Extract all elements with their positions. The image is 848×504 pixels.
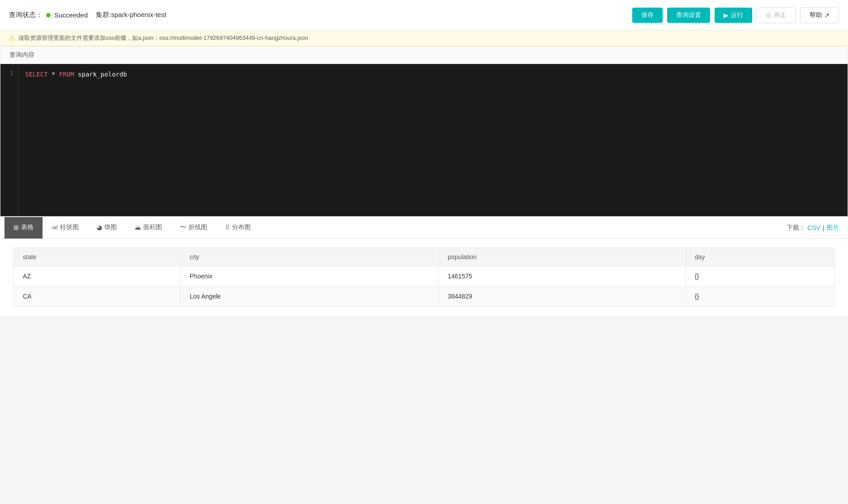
table-name: spark_polordb bbox=[74, 71, 127, 78]
cluster-info: 集群:spark-phoenix-test bbox=[96, 11, 167, 19]
query-section: 查询内容 1 SELECT * FROM spark_polordb bbox=[0, 46, 848, 217]
header-row: state city population day bbox=[14, 248, 835, 266]
tab-table-label: 表格 bbox=[21, 223, 34, 231]
editor-area[interactable]: 1 SELECT * FROM spark_polordb bbox=[0, 64, 848, 216]
table-cell: {} bbox=[685, 286, 834, 307]
table-tab-icon: ⊞ bbox=[13, 224, 19, 231]
table-section: state city population day AZPhoenix14615… bbox=[0, 239, 848, 316]
tab-area-label: 面积图 bbox=[143, 223, 162, 231]
tab-bar-label: 柱状图 bbox=[60, 223, 79, 231]
table-body: AZPhoenix1461575{}CALos Angele3844829{} bbox=[14, 266, 835, 307]
table-row: AZPhoenix1461575{} bbox=[14, 266, 835, 286]
download-area: 下载： CSV | 图片 bbox=[782, 224, 844, 232]
warning-bar: ⚠ 读取资源管理里面的文件需要添加oss前缀，如a.json：oss://mul… bbox=[0, 30, 848, 46]
status-text: Succeeded bbox=[54, 11, 88, 19]
tab-pie-chart[interactable]: ◕ 饼图 bbox=[88, 217, 126, 239]
table-cell: 3844829 bbox=[439, 286, 686, 307]
header-right: 保存 查询设置 ▶ 运行 ⊙ 停止 帮助 ↗ bbox=[632, 7, 839, 23]
stop-icon: ⊙ bbox=[766, 12, 771, 19]
header-bar: 查询状态： Succeeded 集群:spark-phoenix-test 保存… bbox=[0, 0, 848, 30]
col-state: state bbox=[14, 248, 181, 266]
area-chart-icon: ⛰ bbox=[135, 224, 141, 231]
tab-line-chart[interactable]: 〜 折线图 bbox=[171, 217, 216, 239]
tabs-section: ⊞ 表格 ㎭ 柱状图 ◕ 饼图 ⛰ 面积图 〜 折线图 ⠿ 分布图 下载： CS… bbox=[0, 217, 848, 239]
wildcard: * bbox=[48, 71, 59, 78]
pie-chart-icon: ◕ bbox=[97, 224, 102, 231]
status-label: 查询状态： bbox=[9, 11, 43, 19]
query-label: 查询内容 bbox=[0, 47, 848, 64]
run-button[interactable]: ▶ 运行 bbox=[715, 8, 752, 23]
tab-table[interactable]: ⊞ 表格 bbox=[4, 217, 43, 239]
table-cell: AZ bbox=[14, 266, 181, 286]
query-settings-button[interactable]: 查询设置 bbox=[667, 8, 710, 23]
status-dot-icon bbox=[46, 13, 51, 17]
line-numbers: 1 bbox=[0, 64, 18, 216]
table-row: CALos Angele3844829{} bbox=[14, 286, 835, 307]
tab-pie-label: 饼图 bbox=[104, 223, 117, 231]
tab-area-chart[interactable]: ⛰ 面积图 bbox=[126, 217, 171, 239]
keyword-select: SELECT bbox=[25, 71, 48, 78]
help-button[interactable]: 帮助 ↗ bbox=[800, 7, 839, 23]
line-chart-icon: 〜 bbox=[180, 223, 186, 231]
scatter-chart-icon: ⠿ bbox=[225, 224, 230, 231]
table-cell: 1461575 bbox=[439, 266, 686, 286]
bar-chart-icon: ㎭ bbox=[51, 223, 58, 231]
download-label: 下载： bbox=[787, 224, 805, 232]
table-cell: CA bbox=[14, 286, 181, 307]
col-city: city bbox=[180, 248, 438, 266]
table-cell: Los Angele bbox=[180, 286, 438, 307]
tab-scatter-chart[interactable]: ⠿ 分布图 bbox=[216, 217, 260, 239]
editor-content[interactable]: SELECT * FROM spark_polordb bbox=[18, 64, 848, 216]
tab-bar-chart[interactable]: ㎭ 柱状图 bbox=[43, 217, 88, 239]
col-population: population bbox=[439, 248, 686, 266]
warning-text: 读取资源管理里面的文件需要添加oss前缀，如a.json：oss://multi… bbox=[18, 34, 308, 42]
stop-button[interactable]: ⊙ 停止 bbox=[757, 7, 796, 23]
tab-scatter-label: 分布图 bbox=[232, 223, 251, 231]
header-left: 查询状态： Succeeded 集群:spark-phoenix-test bbox=[9, 11, 167, 19]
save-button[interactable]: 保存 bbox=[632, 8, 663, 23]
keyword-from: FROM bbox=[59, 71, 74, 78]
data-table: state city population day AZPhoenix14615… bbox=[13, 248, 835, 307]
external-link-icon: ↗ bbox=[824, 12, 830, 19]
download-separator: | bbox=[822, 224, 824, 231]
csv-download-link[interactable]: CSV bbox=[808, 224, 821, 231]
col-day: day bbox=[685, 248, 834, 266]
table-cell: Phoenix bbox=[180, 266, 438, 286]
table-header: state city population day bbox=[14, 248, 835, 266]
table-cell: {} bbox=[685, 266, 834, 286]
run-icon: ▶ bbox=[724, 12, 728, 19]
tab-line-label: 折线图 bbox=[188, 223, 207, 231]
warning-icon: ⚠ bbox=[9, 34, 15, 42]
image-download-link[interactable]: 图片 bbox=[827, 224, 839, 232]
